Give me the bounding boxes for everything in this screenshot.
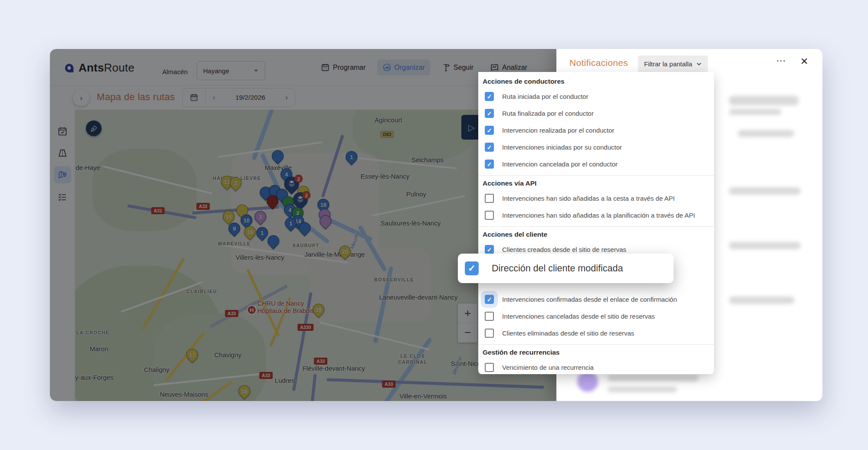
- checkbox-checked[interactable]: ✓: [485, 126, 494, 135]
- checkbox-checked[interactable]: ✓: [485, 109, 494, 118]
- filter-screen-label: Filtrar la pantalla: [644, 60, 692, 68]
- checkbox-checked[interactable]: ✓: [485, 92, 494, 101]
- checkbox-checked[interactable]: ✓: [465, 261, 479, 275]
- blurred-notification: [608, 387, 677, 392]
- notification-filter-dropdown: Acciones de conductores✓Ruta iniciada po…: [478, 72, 714, 374]
- app-window: AntsRoute Almacén Hayange ProgramarOrgan…: [50, 49, 822, 401]
- blurred-avatar: [577, 371, 598, 392]
- option-label: Intervenciones canceladas desde el sitio…: [502, 313, 655, 320]
- checkbox-unchecked[interactable]: [485, 211, 494, 220]
- chevron-down-icon: [696, 61, 702, 67]
- magnified-option-label: Dirección del cliente modificada: [492, 263, 623, 274]
- notification-option-row[interactable]: Vencimiento de una recurrencia: [478, 359, 714, 374]
- blurred-notification: [729, 242, 801, 249]
- notification-option-row[interactable]: ✓Ruta finalizada por el conductor: [478, 105, 714, 122]
- notification-option-row[interactable]: ✓Intervenciones iniciadas por su conduct…: [478, 139, 714, 156]
- section-title: Gestión de recurrencias: [478, 346, 714, 359]
- option-label: Intervenciones han sido añadidas a la pl…: [502, 212, 695, 219]
- option-label: Clientes eliminadas desde el sitio de re…: [502, 329, 634, 337]
- close-panel-button[interactable]: ✕: [800, 56, 808, 67]
- notification-option-row[interactable]: ✓Intervenciones confirmadas desde el enl…: [478, 291, 714, 308]
- option-label: Ruta finalizada por el conductor: [502, 110, 594, 117]
- option-label: Vencimiento de una recurrencia: [502, 364, 594, 371]
- section-divider: [478, 175, 714, 176]
- notifications-title: Notificaciones: [569, 58, 628, 68]
- section-divider: [478, 344, 714, 345]
- filter-screen-dropdown[interactable]: Filtrar la pantalla: [638, 55, 708, 72]
- notification-option-row[interactable]: ✓Intervencion realizada por el conductor: [478, 122, 714, 139]
- notification-option-row[interactable]: Clientes eliminadas desde el sitio de re…: [478, 325, 714, 342]
- checkbox-unchecked[interactable]: [485, 194, 494, 203]
- option-label: Clientes creados desde el sitio de reser…: [502, 246, 626, 253]
- notification-option-row[interactable]: ✓Ruta iniciada por el conductor: [478, 88, 714, 105]
- blurred-notification: [738, 130, 794, 137]
- section-title: Acciones del cliente: [478, 228, 714, 241]
- option-label: Intervenciones han sido añadidas a la ce…: [502, 195, 675, 202]
- section-title: Acciones vía API: [478, 177, 714, 190]
- blurred-notification: [729, 96, 799, 105]
- option-label: Intervencion realizada por el conductor: [502, 127, 615, 134]
- blurred-notification: [729, 109, 781, 115]
- notification-option-row[interactable]: Intervenciones canceladas desde el sitio…: [478, 308, 714, 325]
- blurred-notification: [729, 187, 801, 195]
- section-divider: [478, 226, 714, 227]
- notification-option-row[interactable]: Intervenciones han sido añadidas a la ce…: [478, 190, 714, 207]
- checkbox-checked[interactable]: ✓: [485, 295, 494, 304]
- checkbox-unchecked[interactable]: [485, 363, 494, 372]
- option-label: Ruta iniciada por el conductor: [502, 93, 588, 100]
- checkbox-checked[interactable]: ✓: [485, 160, 494, 169]
- checkbox-unchecked[interactable]: [485, 329, 494, 338]
- checkbox-checked[interactable]: ✓: [485, 245, 494, 254]
- checkbox-unchecked[interactable]: [485, 312, 494, 321]
- notification-option-row[interactable]: ✓Intervencion cancelada por el conductor: [478, 156, 714, 173]
- more-options-button[interactable]: ⋯: [776, 55, 787, 67]
- blurred-notification: [608, 375, 699, 382]
- option-label: Intervenciones confirmadas desde el enla…: [502, 296, 677, 303]
- blurred-notification: [729, 297, 794, 304]
- option-label: Intervencion cancelada por el conductor: [502, 160, 618, 168]
- checkbox-checked[interactable]: ✓: [485, 143, 494, 152]
- section-title: Acciones de conductores: [478, 75, 714, 88]
- option-label: Intervenciones iniciadas por su conducto…: [502, 143, 622, 151]
- notification-option-row[interactable]: Intervenciones han sido añadidas a la pl…: [478, 207, 714, 224]
- magnified-option-card[interactable]: ✓ Dirección del cliente modificada: [458, 254, 674, 283]
